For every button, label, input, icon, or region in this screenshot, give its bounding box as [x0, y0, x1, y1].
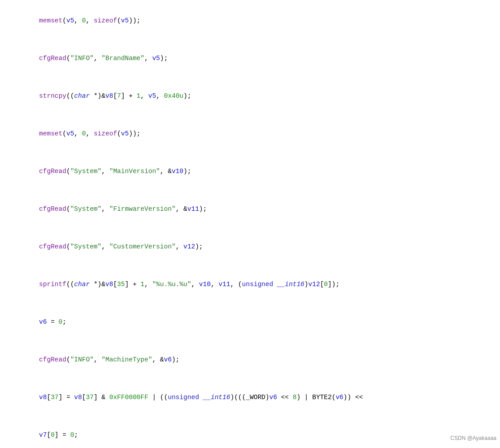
code-line-6: cfgRead("System", "FirmwareVersion", &v1…	[0, 190, 500, 228]
code-line-12: v7[0] = 0;	[0, 416, 500, 448]
code-line-2: cfgRead("INFO", "BrandName", v5);	[0, 39, 500, 77]
code-line-4: memset(v5, 0, sizeof(v5));	[0, 115, 500, 152]
code-line-8: sprintf((char *)&v8[35] + 1, "%u.%u.%u",…	[0, 265, 500, 303]
code-line-9: v6 = 0;	[0, 303, 500, 341]
code-line-10: cfgRead("INFO", "MachineType", &v6);	[0, 341, 500, 378]
fn-memset: memset	[31, 17, 63, 24]
code-line-7: cfgRead("System", "CustomerVersion", v12…	[0, 228, 500, 265]
code-line-3: strncpy((char *)&v8[7] + 1, v5, 0x40u);	[0, 77, 500, 115]
code-line-1: memset(v5, 0, sizeof(v5));	[0, 2, 500, 39]
watermark: CSDN @Ayakaaaa	[450, 432, 496, 444]
code-editor: memset(v5, 0, sizeof(v5)); cfgRead("INFO…	[0, 0, 500, 448]
code-content: memset(v5, 0, sizeof(v5)); cfgRead("INFO…	[0, 0, 500, 448]
code-line-11: v8[37] = v8[37] & 0xFF0000FF | ((unsigne…	[0, 378, 500, 416]
code-line-5: cfgRead("System", "MainVersion", &v10);	[0, 152, 500, 190]
